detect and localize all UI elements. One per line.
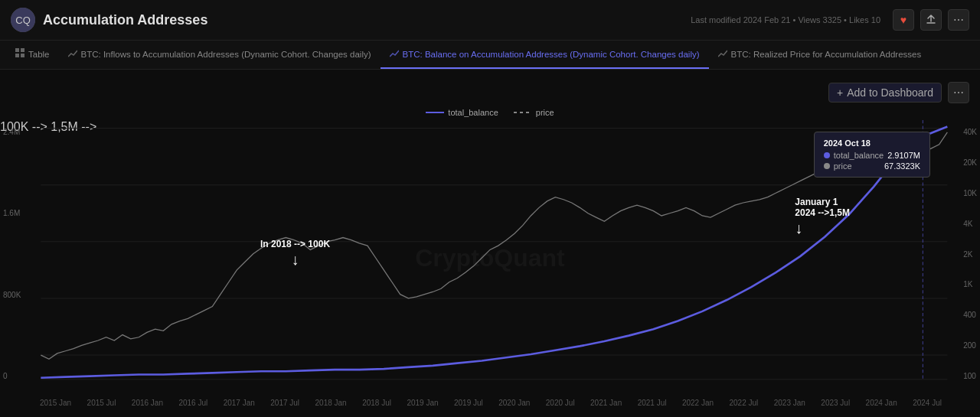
svg-rect-2 [15,48,19,52]
tooltip-balance-value: 2.9107M [887,151,920,160]
chart-container: + Add to Dashboard ⋯ total_balance price… [0,70,980,416]
tab-inflows[interactable]: BTC: Inflows to Accumulation Addresses (… [59,41,381,69]
svg-rect-3 [21,48,24,52]
annotation-2018-text: In 2018 --> 100K [260,239,330,249]
tooltip-row-price: price 67.3323K [824,161,920,171]
share-button[interactable] [920,9,942,31]
annotation-2018: In 2018 --> 100K ↓ [260,239,330,269]
page-title: Accumulation Addresses [43,12,207,28]
tab-realized-label: BTC: Realized Price for Accumulation Add… [731,50,922,59]
header: CQ Accumulation Addresses Last modified … [0,0,980,41]
table-icon [15,48,24,60]
chart-icon-balance [390,49,399,60]
add-to-dashboard-button[interactable]: + Add to Dashboard [828,83,942,103]
tab-table-label: Table [28,50,50,59]
legend-total-balance: total_balance [426,108,498,117]
tab-balance[interactable]: BTC: Balance on Accumulation Addresses (… [381,41,709,69]
tooltip-price-label: price [834,161,852,171]
total-balance-line-indicator [426,112,444,113]
svg-rect-5 [21,54,24,57]
svg-rect-4 [15,54,19,57]
tab-realized[interactable]: BTC: Realized Price for Accumulation Add… [709,41,931,69]
price-legend-label: price [536,108,554,117]
tooltip-price-value: 67.3323K [884,161,920,171]
chart-toolbar: + Add to Dashboard ⋯ [0,77,980,108]
total-balance-legend-label: total_balance [448,108,498,117]
add-dashboard-label: Add to Dashboard [847,86,933,99]
legend-price: price [514,108,554,117]
tooltip-row-balance: total_balance 2.9107M [824,151,920,160]
tab-table[interactable]: Table [6,41,59,69]
chart-icon-inflows [68,49,77,60]
svg-text:CQ: CQ [15,15,31,26]
tab-balance-label: BTC: Balance on Accumulation Addresses (… [403,50,700,59]
chart-legend: total_balance price [0,108,980,117]
header-left: CQ Accumulation Addresses [11,8,207,32]
price-line-indicator [514,112,532,113]
more-options-button[interactable]: ⋯ [948,9,969,31]
annotation-2024-text: January 12024 -->1,5M [795,197,850,218]
annotation-2024: January 12024 -->1,5M ↓ [795,197,850,237]
heart-button[interactable]: ♥ [893,9,914,31]
chart-more-button[interactable]: ⋯ [948,82,969,103]
header-right: Last modified 2024 Feb 21 • Views 3325 •… [691,9,969,31]
x-axis: 2015 Jan 2015 Jul 2016 Jan 2016 Jul 2017… [0,396,980,409]
tabs-bar: Table BTC: Inflows to Accumulation Addre… [0,41,980,70]
header-meta: Last modified 2024 Feb 21 • Views 3325 •… [691,15,880,24]
tooltip-date: 2024 Oct 18 [824,138,920,148]
plus-icon: + [837,86,843,99]
tab-inflows-label: BTC: Inflows to Accumulation Addresses (… [81,50,371,59]
chart-svg-wrapper[interactable]: CryptoQuant 2.4M 1.6M 800K 0 40K 20K 10K… [0,120,980,396]
annotation-2018-arrow: ↓ [260,251,330,269]
chart-tooltip: 2024 Oct 18 total_balance 2.9107M price … [814,132,930,178]
annotation-2024-arrow: ↓ [795,220,850,237]
tooltip-balance-dot [824,152,830,158]
avatar: CQ [11,8,35,32]
tooltip-price-dot [824,163,830,169]
chart-icon-realized [718,49,727,60]
tooltip-balance-label: total_balance [834,151,884,160]
